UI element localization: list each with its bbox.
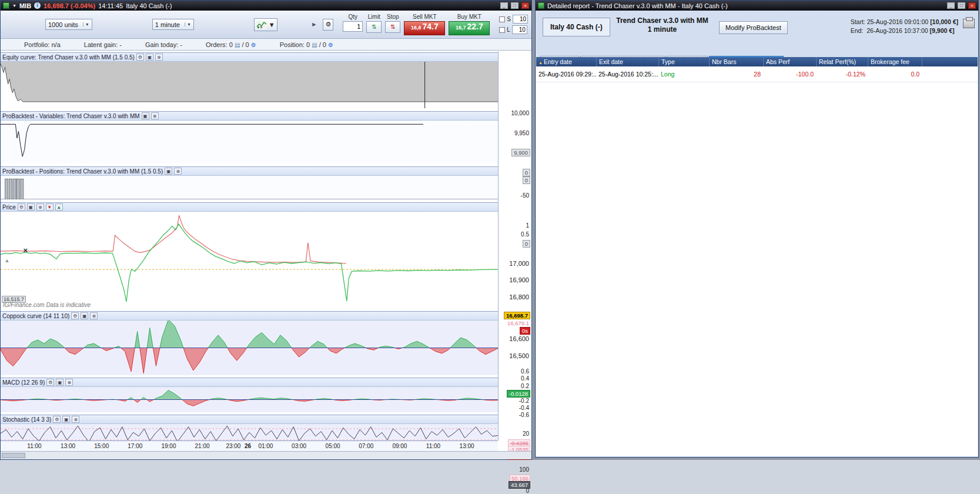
price-axis-gutter[interactable]: 10,000 9,950 9,900 0 0 -50 1 0.5 0 17,00…	[498, 51, 531, 440]
l-label: L	[507, 26, 510, 33]
chevron-down-icon: ▼	[185, 22, 191, 26]
timeframe-select[interactable]: 1 minute ▼	[152, 19, 194, 30]
prev-price-label: 16,679.1	[506, 320, 530, 326]
close-icon[interactable]: ⊗	[72, 416, 79, 423]
minimize-button[interactable]: _	[500, 2, 508, 9]
chart-window-titlebar[interactable]: ▼ MIB i 16,698.7 (-0.04%) 14:11:45 Italy…	[1, 1, 531, 11]
panel-window-icon[interactable]: ▣	[146, 54, 153, 61]
report-window-titlebar[interactable]: Detailed report - Trend Chaser v.3.0 wit…	[536, 1, 978, 11]
panel-window-icon[interactable]: ▣	[27, 203, 35, 211]
sell-price-big: 74.7	[422, 22, 438, 31]
coppock-axis-label: -0.6	[519, 412, 529, 418]
chevron-down-icon[interactable]: ▼	[12, 4, 16, 8]
close-button[interactable]: ×	[968, 2, 976, 9]
units-select[interactable]: 1000 units ▼	[45, 19, 92, 30]
report-icon	[538, 2, 544, 9]
horizontal-scrollbar[interactable]	[1, 451, 531, 459]
col-entry-date[interactable]: ▲Entry date	[536, 57, 596, 66]
col-exit-date[interactable]: Exit date	[596, 57, 658, 66]
backtest-period: Start: 25-Aug-2016 09:01:00 [10,000 €] E…	[851, 18, 958, 35]
equity-axis-label: 10,000	[511, 110, 529, 116]
wrench-icon[interactable]: ⚙	[18, 203, 25, 211]
x-axis-label: 07:00	[359, 443, 373, 449]
positions-chart[interactable]	[1, 176, 498, 199]
price-axis-label: 16,800	[509, 293, 529, 301]
orders-settings-icon[interactable]: ⚙	[251, 42, 256, 48]
table-row[interactable]: 25-Aug-2016 09:29:... 25-Aug-2016 10:25:…	[536, 66, 978, 82]
chart-style-button[interactable]: ▼	[254, 18, 277, 31]
time-label: 14:11:45	[98, 2, 123, 9]
wrench-icon[interactable]: ⚙	[136, 54, 144, 61]
print-icon[interactable]	[963, 19, 975, 28]
col-brokerage-fee[interactable]: Brokerage fee	[868, 57, 922, 66]
close-icon[interactable]: ⊗	[174, 168, 182, 175]
x-axis-label: 11:00	[27, 443, 41, 449]
col-nbr-bars[interactable]: Nbr Bars	[709, 57, 763, 66]
price-axis-label: 16,600	[509, 335, 529, 342]
units-value: 1000 units	[48, 21, 78, 28]
modify-probacktest-button[interactable]: Modify ProBacktest	[719, 21, 788, 34]
close-button[interactable]: ×	[521, 2, 529, 9]
minimize-button[interactable]: _	[947, 2, 955, 9]
price-chart[interactable]: ×▲ 16,515.7 IG/Finance.com Data is indic…	[1, 212, 498, 309]
macd-chart[interactable]	[1, 387, 498, 412]
chevron-down-icon: ▼	[269, 21, 275, 28]
close-icon[interactable]: ⊗	[151, 112, 159, 119]
x-axis-label: 09:00	[392, 443, 407, 449]
close-icon[interactable]: ⊗	[36, 203, 44, 211]
chevron-down-icon: ▼	[83, 22, 89, 26]
panel-window-icon[interactable]: ▣	[142, 112, 149, 119]
order-settings-button[interactable]: ⚙	[323, 19, 333, 31]
x-axis-label: 26	[245, 443, 251, 449]
report-window-title: Detailed report - Trend Chaser v.3.0 wit…	[547, 2, 728, 9]
col-type[interactable]: Type	[658, 57, 709, 66]
wrench-icon[interactable]: ⚙	[53, 416, 61, 423]
equity-axis-label: 9,950	[514, 130, 529, 136]
latent-gain-label: Latent gain: -	[84, 41, 122, 48]
scrollbar-thumb[interactable]	[2, 453, 25, 458]
coppock-axis-label: 0.6	[521, 368, 529, 375]
panel-window-icon[interactable]: ▣	[81, 312, 88, 319]
macd-panel-title: MACD (12 26 9)	[2, 379, 45, 386]
stop-order-button[interactable]: ⇅	[385, 21, 400, 33]
svg-text:×: ×	[24, 246, 28, 255]
limit-checkbox[interactable]	[499, 27, 505, 33]
expand-arrow-icon[interactable]: ▶	[312, 22, 316, 27]
price-panel-header: Price ⚙ ▣ ⊗ ▼ ▲	[1, 203, 498, 212]
sell-arrow-icon[interactable]: ▼	[46, 203, 53, 211]
wrench-icon[interactable]: ⚙	[71, 312, 79, 319]
chart-stack: Equity curve: Trend Chaser v.3.0 with MM…	[1, 51, 498, 440]
stop-distance-input[interactable]	[513, 15, 528, 24]
buy-arrow-icon[interactable]: ▲	[55, 203, 63, 211]
panel-window-icon[interactable]: ▣	[165, 168, 172, 175]
panel-window-icon[interactable]: ▣	[62, 416, 70, 423]
close-icon[interactable]: ⊗	[90, 312, 98, 319]
coppock-axis-label: -0.4	[519, 405, 529, 411]
positions-panel: ProBacktest - Positions: Trend Chaser v.…	[1, 166, 498, 199]
position-list-icon[interactable]: ▤	[312, 42, 317, 48]
panel-window-icon[interactable]: ▣	[56, 379, 63, 386]
sell-market-button[interactable]: 16,6 74.7	[404, 21, 445, 35]
table-header-row: ▲Entry date Exit date Type Nbr Bars Abs …	[536, 57, 978, 66]
close-icon[interactable]: ⊗	[155, 54, 163, 61]
col-relat-perf[interactable]: Relat Perf(%)	[816, 57, 868, 66]
positions-axis-badge: 0	[523, 240, 530, 248]
maximize-button[interactable]: □	[958, 2, 965, 9]
equity-chart[interactable]	[1, 62, 498, 108]
variables-chart[interactable]	[1, 121, 498, 163]
info-icon[interactable]: i	[34, 2, 41, 9]
col-abs-perf[interactable]: Abs Perf	[763, 57, 816, 66]
x-axis-label: 13:00	[61, 443, 75, 449]
coppock-chart[interactable]	[1, 321, 498, 375]
position-settings-icon[interactable]: ⚙	[328, 42, 333, 48]
buy-market-button[interactable]: 16,7 22.7	[449, 21, 490, 35]
limit-order-button[interactable]: ⇅	[366, 21, 382, 33]
limit-distance-input[interactable]	[512, 25, 527, 34]
wrench-icon[interactable]: ⚙	[46, 379, 54, 386]
orders-list-icon[interactable]: ▤	[235, 42, 240, 48]
macd-panel: MACD (12 26 9) ⚙ ▣ ⊗	[1, 378, 498, 412]
close-icon[interactable]: ⊗	[65, 379, 73, 386]
maximize-button[interactable]: □	[511, 2, 519, 9]
stop-checkbox[interactable]	[499, 16, 505, 22]
qty-input[interactable]	[343, 21, 363, 32]
